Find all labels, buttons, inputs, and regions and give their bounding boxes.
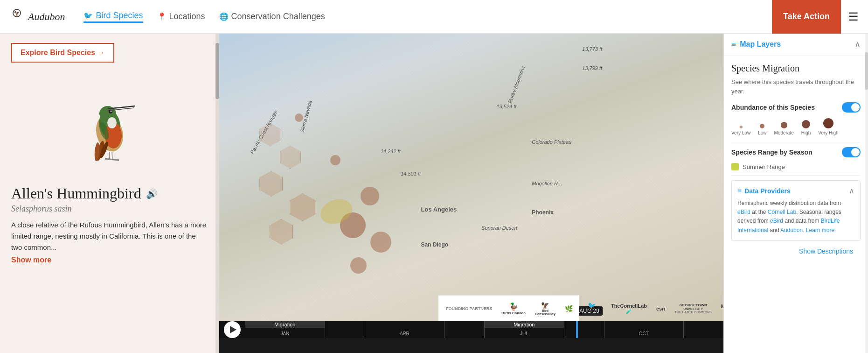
map-label-sonoran: Sonoran Desert [481,225,517,231]
ebird-link-1[interactable]: eBird [737,209,750,215]
map-layers-header: ≡ Map Layers ∧ [724,34,868,56]
abundance-low: Low [758,124,766,135]
partners-label: FOUNDING PARTNERS [446,306,492,311]
abundance-very-low: Very Low [731,126,750,135]
dot-very-high [823,118,833,128]
map-label-mogollon: Mogollon R... [532,181,562,186]
data-providers-text: Hemispheric weekly distribution data fro… [737,199,854,235]
nav-conservation[interactable]: 🌐 Conservation Challenges [219,12,325,21]
hex-marker-5 [270,219,293,245]
logo-text: Audubon [28,11,65,23]
bird-latin-name: Selasphorus sasin [11,204,208,214]
map-label-elevation-4: 14,242 ft [381,148,401,154]
left-panel-scrollbar[interactable] [215,34,219,353]
dot-moderate-label: Moderate [774,130,794,135]
timeline: Migration JAN APR Migration JUL [219,321,723,353]
data-providers-panel: ≡ Data Providers ∧ Hemispheric weekly di… [731,180,861,241]
main-layout: Explore Bird Species → [0,34,868,353]
scrollbar-thumb [215,43,219,99]
circle-marker-6 [350,257,367,274]
map-label-colorado: Colorado Plateau [532,139,571,145]
month-apr: APR [400,331,410,337]
circle-marker-5 [370,232,391,253]
data-providers-collapse-button[interactable]: ∧ [849,186,854,195]
map-label-phoenix: Phoenix [532,209,554,216]
nav-bird-species[interactable]: 🐦 Bird Species [83,11,143,23]
month-jan: JAN [280,331,289,337]
map-label-elevation-1: 13,773 ft [582,46,602,52]
bird-description: A close relative of the Rufous Hummingbi… [11,219,208,253]
play-icon [230,326,236,333]
svg-point-10 [111,111,112,112]
circle-marker-2 [330,155,340,165]
nav-locations[interactable]: 📍 Locations [157,12,205,21]
dot-low [760,124,764,128]
map-layers-icon: ≡ [731,40,736,49]
ebird-link-2[interactable]: eBird [770,218,783,224]
logo-area[interactable]: 🦅 Audubon [9,8,65,25]
partner-cornell: TheCornellLab 🧪 [611,303,647,314]
season-range-toggle[interactable] [842,147,861,157]
partner-esri: esri [656,306,666,311]
bird-illustration [63,72,156,175]
timeline-top: Migration JAN APR Migration JUL [219,321,723,338]
collapse-panel-button[interactable]: ∧ [854,39,861,49]
left-panel: Explore Bird Species → [0,34,219,353]
hex-marker-2 [280,145,301,169]
data-providers-header: ≡ Data Providers ∧ [737,186,854,195]
data-providers-icon: ≡ [737,187,742,195]
header: 🦅 Audubon 🐦 Bird Species 📍 Locations 🌐 C… [0,0,868,34]
main-nav: 🐦 Bird Species 📍 Locations 🌐 Conservatio… [83,11,772,23]
bird-species-icon: 🐦 [83,11,93,20]
map-label-elevation-5: 14,501 ft [401,171,421,176]
dot-low-label: Low [758,130,766,135]
summer-range-color [731,163,739,170]
month-oct: OCT [639,331,649,337]
dot-high [802,120,810,128]
abundance-toggle[interactable] [842,102,861,113]
divider-1 [731,142,861,142]
dot-very-high-label: Very High [818,130,838,135]
summer-range-label: Summer Range [743,163,785,170]
audubon-link[interactable]: Audubon [780,227,803,233]
map-label-elevation-2: 13,799 ft [582,65,602,71]
timeline-indicator: AUG 12 - AUG 20 [576,321,578,338]
circle-marker-3 [361,187,379,205]
month-jul: JUL [520,331,528,337]
cornell-lab-link[interactable]: Cornell Lab [768,209,796,215]
sound-button[interactable]: 🔊 [146,188,158,199]
abundance-dots-row: Very Low Low Moderate High Very High [731,118,861,135]
partner-bird-conservancy: 🦅 Bird Conservancy [535,302,556,316]
play-button[interactable] [224,321,241,338]
show-more-link[interactable]: Show more [11,256,208,264]
timeline-bar[interactable]: Migration JAN APR Migration JUL [245,321,723,338]
abundance-label: Abundance of this Species [731,104,842,111]
hex-marker-4 [290,193,315,221]
show-descriptions-button[interactable]: Show Descriptions [731,246,861,259]
hex-marker-3 [259,171,283,197]
locations-icon: 📍 [157,12,167,21]
take-action-button[interactable]: Take Action [772,0,841,34]
map-area[interactable]: Pacific Coast Ranges Sierra Nevada Rocky… [219,34,723,353]
dot-very-low-label: Very Low [731,130,750,135]
partners-strip: FOUNDING PARTNERS 🦆 Birds Canada 🦅 Bird … [438,295,579,321]
partner-birds-canada: 🦆 Birds Canada [501,302,526,315]
explore-bird-species-button[interactable]: Explore Bird Species → [11,43,114,63]
svg-line-17 [112,152,112,159]
right-panel: ≡ Map Layers ∧ Species Migration See whe… [723,34,868,353]
right-panel-content: Species Migration See where this species… [724,56,868,353]
data-providers-title: Data Providers [744,187,791,195]
learn-more-link[interactable]: Learn more [806,227,834,233]
abundance-very-high: Very High [818,118,838,135]
conservation-icon: 🌐 [219,12,229,21]
map-label-elevation-3: 13,524 ft [497,104,517,109]
svg-line-15 [105,159,119,160]
dot-very-low [740,126,743,128]
species-migration-desc: See where this species travels throughou… [731,78,861,96]
svg-text:🦅: 🦅 [14,10,20,16]
right-panel-scrollbar[interactable] [865,34,868,353]
species-migration-title: Species Migration [731,63,861,74]
divider-2 [731,175,861,176]
map-label-los-angeles: Los Angeles [421,206,457,213]
hamburger-menu-icon[interactable]: ☰ [848,10,859,23]
